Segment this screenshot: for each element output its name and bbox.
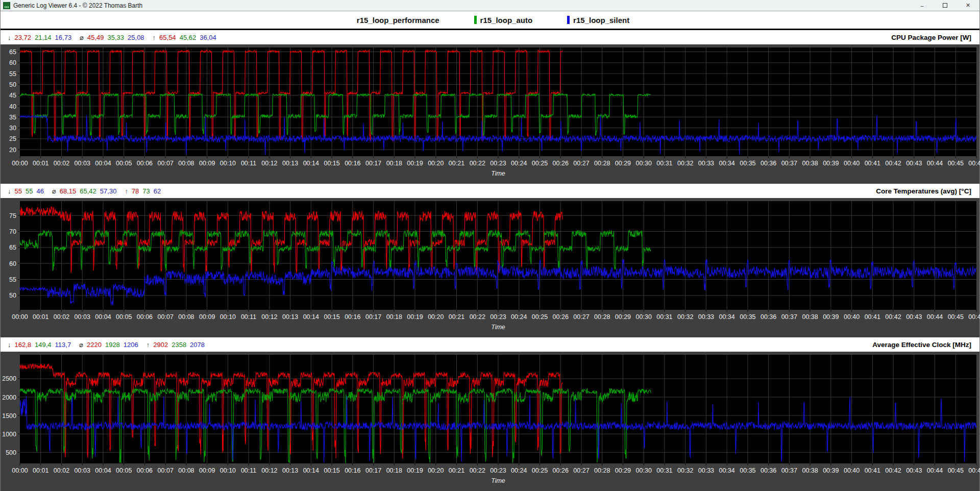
legend-label-performance: r15_loop_performance: [357, 16, 439, 24]
svg-text:65: 65: [9, 48, 16, 56]
svg-text:00:41: 00:41: [865, 313, 880, 321]
maximize-button[interactable]: [934, 0, 957, 11]
svg-text:00:24: 00:24: [511, 160, 527, 167]
chart-effective-clock[interactable]: 00:0000:0100:0200:0300:0400:0500:0600:07…: [1, 352, 979, 491]
stat-value: 23,72: [15, 34, 32, 41]
svg-text:2000: 2000: [2, 394, 16, 401]
svg-text:00:39: 00:39: [823, 313, 839, 321]
stat-value: 65,54: [159, 34, 176, 41]
stat-value: 73: [142, 187, 150, 195]
svg-text:30: 30: [9, 125, 16, 132]
svg-text:45: 45: [9, 92, 16, 99]
svg-text:00:21: 00:21: [449, 160, 464, 167]
svg-text:00:19: 00:19: [407, 467, 423, 474]
svg-text:70: 70: [9, 228, 16, 235]
chart-cpu-power[interactable]: 00:0000:0100:0200:0300:0400:0500:0600:07…: [1, 44, 979, 184]
stat-value: 46: [36, 187, 43, 195]
svg-text:00:16: 00:16: [345, 313, 360, 321]
time-axis-label: Time: [491, 324, 505, 331]
svg-text:00:44: 00:44: [927, 467, 943, 474]
svg-text:00:38: 00:38: [802, 313, 818, 321]
svg-text:00:46: 00:46: [968, 467, 980, 474]
svg-text:00:00: 00:00: [12, 467, 28, 474]
svg-text:00:15: 00:15: [324, 160, 339, 167]
svg-text:00:22: 00:22: [470, 313, 485, 321]
min-icon: ↓: [8, 34, 11, 41]
legend-item-auto[interactable]: r15_loop_auto: [474, 16, 533, 24]
legend-item-silent[interactable]: r15_loop_silent: [567, 16, 629, 24]
svg-text:500: 500: [6, 449, 16, 456]
svg-text:00:32: 00:32: [677, 160, 693, 167]
chart-svg: 00:0000:0100:0200:0300:0400:0500:0600:07…: [1, 198, 980, 337]
svg-text:00:44: 00:44: [927, 160, 943, 167]
stat-value: 149,4: [35, 341, 52, 349]
svg-text:00:41: 00:41: [865, 467, 880, 474]
svg-text:00:43: 00:43: [906, 313, 922, 321]
svg-text:00:00: 00:00: [12, 160, 28, 167]
panel-core-temps: ↓ 55 55 46 ⌀ 68,15 65,42 57,30 ↑ 78 73 6…: [1, 184, 979, 337]
svg-text:00:13: 00:13: [282, 467, 298, 474]
stat-value: 1928: [105, 341, 120, 349]
svg-text:60: 60: [9, 59, 16, 66]
svg-text:00:25: 00:25: [532, 160, 548, 167]
titlebar[interactable]: Generic Log Viewer 6.4 - © 2022 Thomas B…: [1, 0, 979, 11]
svg-text:00:24: 00:24: [511, 313, 527, 321]
svg-text:00:30: 00:30: [636, 160, 652, 167]
svg-text:00:16: 00:16: [345, 160, 360, 167]
stat-value: 45,62: [180, 34, 197, 41]
svg-text:00:23: 00:23: [490, 467, 506, 474]
stat-value: 57,30: [100, 187, 117, 195]
minimize-button[interactable]: –: [911, 0, 934, 11]
svg-text:2500: 2500: [2, 375, 16, 382]
svg-text:00:30: 00:30: [636, 313, 652, 321]
svg-text:00:05: 00:05: [116, 313, 132, 321]
svg-text:35: 35: [9, 114, 16, 121]
svg-text:00:37: 00:37: [781, 313, 797, 321]
svg-text:00:41: 00:41: [865, 160, 880, 167]
svg-text:00:12: 00:12: [261, 467, 277, 474]
svg-text:00:15: 00:15: [324, 467, 339, 474]
svg-text:00:36: 00:36: [761, 313, 776, 321]
stat-value: 2220: [87, 341, 102, 349]
svg-text:00:35: 00:35: [740, 160, 755, 167]
svg-text:00:25: 00:25: [532, 313, 548, 321]
avg-icon: ⌀: [52, 187, 56, 195]
stat-value: 2078: [190, 341, 205, 349]
legend-item-performance[interactable]: r15_loop_performance: [351, 16, 439, 24]
avg-icon: ⌀: [79, 341, 83, 349]
stat-value: 68,15: [60, 187, 77, 195]
maximize-icon: [943, 3, 947, 8]
svg-text:00:17: 00:17: [365, 160, 381, 167]
stat-value: 65,42: [80, 187, 96, 195]
svg-text:00:33: 00:33: [698, 313, 714, 321]
legend-label-auto: r15_loop_auto: [480, 16, 533, 24]
svg-text:00:03: 00:03: [75, 160, 90, 167]
svg-text:00:34: 00:34: [719, 467, 734, 474]
svg-text:1000: 1000: [2, 431, 16, 438]
svg-text:00:39: 00:39: [823, 160, 839, 167]
svg-text:00:42: 00:42: [885, 467, 901, 474]
svg-text:00:20: 00:20: [428, 160, 444, 167]
svg-text:55: 55: [9, 70, 16, 78]
chart-core-temps[interactable]: 00:0000:0100:0200:0300:0400:0500:0600:07…: [1, 198, 979, 337]
svg-text:00:07: 00:07: [158, 313, 174, 321]
stat-value: 1206: [124, 341, 138, 349]
svg-text:00:35: 00:35: [740, 313, 755, 321]
close-button[interactable]: ✕: [957, 0, 979, 11]
svg-text:00:21: 00:21: [449, 313, 464, 321]
svg-text:00:19: 00:19: [407, 313, 423, 321]
svg-text:00:40: 00:40: [844, 160, 860, 167]
max-icon: ↑: [146, 341, 150, 349]
min-stats-group: ↓ 162,8 149,4 113,7: [8, 341, 71, 349]
stat-value: 2902: [153, 341, 168, 349]
stat-value: 36,04: [200, 34, 216, 41]
max-stats-group: ↑ 2902 2358 2078: [146, 341, 205, 349]
svg-text:00:45: 00:45: [948, 467, 964, 474]
svg-text:00:21: 00:21: [449, 467, 464, 474]
svg-text:00:04: 00:04: [95, 467, 111, 474]
chart-title-effective-clock: Average Effective Clock [MHz]: [872, 341, 971, 349]
svg-text:00:40: 00:40: [844, 467, 860, 474]
chart-svg: 00:0000:0100:0200:0300:0400:0500:0600:07…: [1, 44, 980, 184]
svg-text:00:20: 00:20: [428, 313, 444, 321]
svg-text:00:01: 00:01: [33, 160, 48, 167]
